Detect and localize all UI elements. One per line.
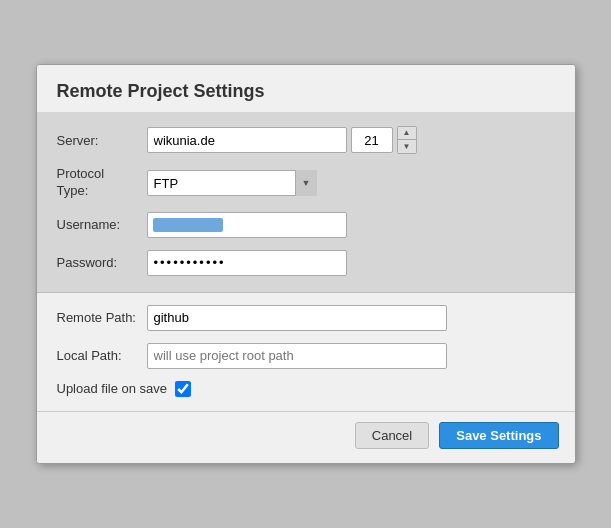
protocol-select-wrapper: FTP SFTP FTPS xyxy=(147,170,317,196)
section-paths: Remote Path: Local Path: Upload file on … xyxy=(37,293,575,411)
port-increment-button[interactable]: ▲ xyxy=(398,127,416,140)
port-decrement-button[interactable]: ▼ xyxy=(398,140,416,153)
password-label: Password: xyxy=(57,255,147,270)
port-spinner: ▲ ▼ xyxy=(397,126,417,154)
username-label: Username: xyxy=(57,217,147,232)
dialog: Remote Project Settings Server: ▲ ▼ Prot… xyxy=(36,64,576,464)
cancel-button[interactable]: Cancel xyxy=(355,422,429,449)
remote-path-input[interactable] xyxy=(147,305,447,331)
port-input[interactable] xyxy=(351,127,393,153)
remote-path-label: Remote Path: xyxy=(57,310,147,325)
upload-on-save-checkbox[interactable] xyxy=(175,381,191,397)
upload-on-save-label: Upload file on save xyxy=(57,381,168,396)
local-path-label: Local Path: xyxy=(57,348,147,363)
server-label: Server: xyxy=(57,133,147,148)
username-row: Username: xyxy=(57,212,555,238)
dialog-title: Remote Project Settings xyxy=(37,65,575,112)
server-group: ▲ ▼ xyxy=(147,126,417,154)
dialog-footer: Cancel Save Settings xyxy=(37,411,575,463)
server-input[interactable] xyxy=(147,127,347,153)
section-server-credentials: Server: ▲ ▼ Protocol Type: FTP SFTP FT xyxy=(37,112,575,292)
password-row: Password: xyxy=(57,250,555,276)
local-path-row: Local Path: xyxy=(57,343,555,369)
local-path-input[interactable] xyxy=(147,343,447,369)
server-row: Server: ▲ ▼ xyxy=(57,126,555,154)
upload-on-save-row: Upload file on save xyxy=(57,381,555,397)
remote-path-row: Remote Path: xyxy=(57,305,555,331)
protocol-select[interactable]: FTP SFTP FTPS xyxy=(147,170,317,196)
protocol-label: Protocol Type: xyxy=(57,166,147,200)
save-settings-button[interactable]: Save Settings xyxy=(439,422,558,449)
password-input[interactable] xyxy=(147,250,347,276)
protocol-row: Protocol Type: FTP SFTP FTPS xyxy=(57,166,555,200)
username-input[interactable] xyxy=(147,212,347,238)
